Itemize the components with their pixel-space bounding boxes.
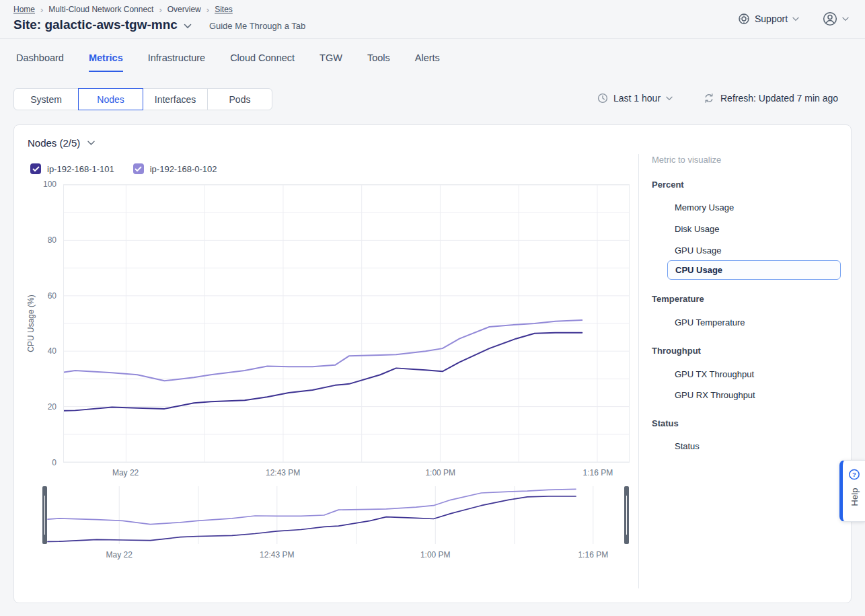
page: Home › Multi-Cloud Network Connect › Ove…	[0, 0, 865, 616]
nodes-panel-title: Nodes (2/5)	[28, 137, 80, 149]
subtab-pods[interactable]: Pods	[207, 88, 272, 110]
y-tick-label: 40	[48, 346, 57, 356]
y-tick-label: 100	[43, 180, 57, 189]
metric-item-gpu-tx-throughput[interactable]: GPU TX Throughput	[675, 369, 754, 379]
breadcrumb: Home › Multi-Cloud Network Connect › Ove…	[13, 5, 233, 14]
metric-sidebar-title: Metric to visualize	[652, 155, 721, 165]
subtab-nodes[interactable]: Nodes	[78, 88, 143, 110]
x-tick-label: 1:16 PM	[582, 468, 613, 477]
time-range-label: Last 1 hour	[613, 93, 661, 104]
guide-me-link[interactable]: Guide Me Through a Tab	[209, 21, 305, 31]
checkmark-icon	[32, 166, 40, 172]
breadcrumb-separator-icon: ›	[206, 5, 209, 14]
header-divider	[0, 38, 865, 39]
breadcrumb-overview: Overview	[167, 5, 201, 14]
tab-tgw[interactable]: TGW	[319, 52, 342, 72]
legend-label: ip-192-168-0-102	[150, 164, 217, 174]
checkmark-icon	[135, 166, 142, 172]
y-tick-label: 80	[48, 235, 57, 245]
help-label: Help	[849, 488, 859, 506]
metric-item-gpu-rx-throughput[interactable]: GPU RX Throughput	[675, 390, 755, 400]
mini-x-tick-label: 12:43 PM	[260, 550, 294, 560]
sidebar-divider	[638, 154, 639, 588]
mini-x-tick-label: 1:16 PM	[578, 550, 608, 560]
help-tab[interactable]: ? Help	[839, 460, 865, 522]
metric-group-percent: Percent	[652, 180, 684, 190]
metric-item-gpu-temperature[interactable]: GPU Temperature	[675, 317, 745, 328]
legend-checkbox-0[interactable]	[30, 163, 41, 174]
time-range-dropdown[interactable]: Last 1 hour	[597, 93, 673, 104]
y-tick-label: 60	[48, 291, 57, 301]
x-tick-label: 12:43 PM	[266, 468, 300, 477]
refresh-status-label: Refresh: Updated 7 min ago	[720, 93, 838, 104]
x-axis-ticks: May 2212:43 PM1:00 PM1:16 PM	[63, 468, 630, 479]
support-icon	[738, 13, 750, 25]
mini-chart-svg	[42, 486, 629, 544]
subtab-interfaces[interactable]: Interfaces	[143, 88, 208, 110]
metric-item-cpu-usage-selected[interactable]: CPU Usage	[667, 260, 841, 280]
legend-checkbox-1[interactable]	[133, 163, 144, 174]
metric-group-temperature: Temperature	[652, 294, 704, 304]
tab-dashboard[interactable]: Dashboard	[16, 52, 64, 72]
series-line-1	[64, 320, 582, 381]
breadcrumb-sites[interactable]: Sites	[215, 5, 233, 14]
brush-handle-left[interactable]	[42, 486, 47, 544]
account-menu[interactable]	[822, 11, 849, 27]
user-avatar-icon	[822, 11, 838, 27]
metric-item-status[interactable]: Status	[675, 441, 700, 451]
y-tick-label: 20	[48, 402, 57, 412]
legend-item: ip-192-168-1-101	[30, 163, 114, 174]
help-question-icon: ?	[848, 469, 860, 480]
x-tick-label: May 22	[112, 468, 139, 477]
metric-item-memory-usage[interactable]: Memory Usage	[675, 202, 734, 213]
title-row: Site: galactic-aws-tgw-mnc Guide Me Thro…	[13, 17, 305, 32]
x-tick-label: 1:00 PM	[425, 468, 455, 477]
y-axis-ticks: 020406080100	[14, 184, 57, 463]
brush-handle-right[interactable]	[624, 486, 629, 544]
clock-icon	[597, 93, 608, 104]
support-chevron-down-icon	[792, 17, 799, 22]
tab-tools[interactable]: Tools	[367, 52, 390, 72]
mini-x-tick-label: 1:00 PM	[420, 550, 451, 560]
site-chevron-down-icon[interactable]	[184, 24, 192, 29]
mini-series-line-0	[48, 496, 576, 541]
support-label: Support	[755, 13, 788, 24]
mini-series-line-1	[48, 489, 576, 524]
mini-x-axis-ticks: May 2212:43 PM1:00 PM1:16 PM	[42, 550, 629, 561]
series-line-0	[64, 333, 582, 411]
nodes-panel-header[interactable]: Nodes (2/5)	[28, 137, 95, 149]
tab-bar: Dashboard Metrics Infrastructure Cloud C…	[16, 52, 440, 72]
account-chevron-down-icon	[842, 17, 849, 22]
metric-item-disk-usage[interactable]: Disk Usage	[675, 224, 719, 234]
breadcrumb-separator-icon: ›	[159, 5, 161, 14]
time-range-chevron-down-icon	[666, 96, 673, 101]
legend-label: ip-192-168-1-101	[47, 164, 114, 174]
legend-item: ip-192-168-0-102	[133, 163, 217, 174]
chart-brush-navigator[interactable]	[42, 486, 629, 544]
tab-infrastructure[interactable]: Infrastructure	[148, 52, 205, 72]
main-chart-svg	[64, 185, 629, 462]
chart-legend: ip-192-168-1-101 ip-192-168-0-102	[30, 163, 217, 174]
subtab-system[interactable]: System	[13, 88, 79, 110]
mini-x-tick-label: May 22	[106, 550, 133, 560]
page-title: Site: galactic-aws-tgw-mnc	[13, 17, 178, 32]
tab-alerts[interactable]: Alerts	[415, 52, 440, 72]
y-tick-label: 0	[52, 458, 57, 467]
metric-item-gpu-usage[interactable]: GPU Usage	[675, 245, 721, 256]
metric-scope-switcher: System Nodes Interfaces Pods	[13, 88, 272, 110]
metric-group-status: Status	[652, 418, 679, 428]
tab-cloud-connect[interactable]: Cloud Connect	[230, 52, 295, 72]
metric-group-throughput: Throughput	[652, 346, 701, 356]
panel-chevron-down-icon	[87, 141, 95, 145]
refresh-icon	[704, 93, 714, 104]
refresh-button[interactable]: Refresh: Updated 7 min ago	[704, 93, 838, 104]
breadcrumb-separator-icon: ›	[40, 5, 43, 14]
breadcrumb-mcnc: Multi-Cloud Network Connect	[48, 5, 153, 14]
nodes-metrics-card: Nodes (2/5) ip-192-168-1-101 ip-192-168-…	[13, 124, 852, 603]
breadcrumb-home[interactable]: Home	[13, 5, 35, 14]
support-menu[interactable]: Support	[738, 13, 799, 25]
cpu-usage-chart[interactable]	[63, 184, 630, 463]
tab-metrics[interactable]: Metrics	[89, 52, 123, 72]
svg-text:?: ?	[852, 471, 856, 478]
